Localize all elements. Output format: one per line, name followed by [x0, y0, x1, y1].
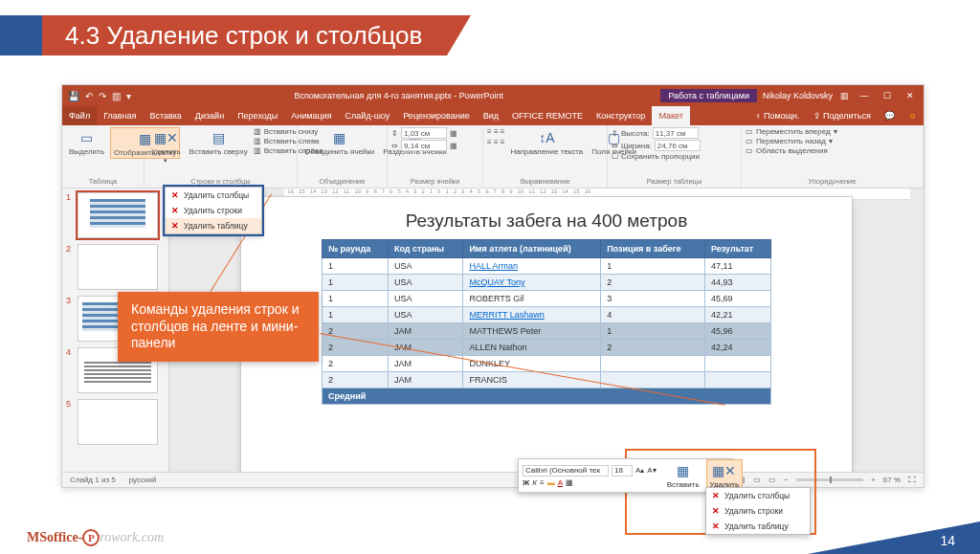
- delete-table-item[interactable]: ✕Удалить таблицу: [166, 218, 261, 233]
- tab-transitions[interactable]: Переходы: [231, 106, 284, 125]
- table-cell[interactable]: 3: [601, 291, 705, 307]
- table-row[interactable]: 1USAROBERTS Gil345,69: [323, 291, 771, 307]
- tab-insert[interactable]: Вставка: [143, 106, 188, 125]
- mini-font-field[interactable]: Calibri (Основной тек: [523, 465, 609, 476]
- table-row[interactable]: 2JAMALLEN Nathon242,24: [323, 340, 771, 356]
- delete-columns-item[interactable]: ✕Удалить столбцы: [166, 188, 261, 203]
- table-cell[interactable]: [601, 356, 705, 372]
- table-cell[interactable]: 1: [601, 323, 705, 340]
- zoom-in-icon[interactable]: +: [871, 476, 876, 484]
- table-cell[interactable]: DUNKLEY: [463, 356, 601, 372]
- tab-view[interactable]: Вид: [477, 106, 505, 125]
- text-direction-button[interactable]: ↕AНаправление текста: [507, 127, 586, 157]
- table-cell[interactable]: JAM: [388, 372, 462, 388]
- border-icon[interactable]: ▦: [566, 478, 573, 487]
- table-cell[interactable]: JAM: [388, 323, 462, 340]
- table-cell[interactable]: 1: [323, 291, 389, 307]
- table-cell[interactable]: ROBERTS Gil: [463, 291, 601, 307]
- table-cell[interactable]: 1: [601, 258, 705, 275]
- table-cell[interactable]: 4: [601, 307, 705, 323]
- delete-rows-item[interactable]: ✕Удалить строки: [166, 203, 261, 218]
- save-icon[interactable]: 💾: [68, 91, 79, 101]
- thumb-2[interactable]: 2: [66, 244, 165, 290]
- fill-color-icon[interactable]: ▬: [547, 478, 555, 487]
- increase-font-icon[interactable]: A▴: [635, 466, 644, 475]
- insert-above-button[interactable]: ▤Вставить сверху: [187, 127, 251, 157]
- tell-me[interactable]: ♀ Помощн.: [748, 106, 807, 125]
- table-cell[interactable]: [705, 372, 771, 388]
- tab-slideshow[interactable]: Слайд-шоу: [339, 106, 397, 125]
- table-row[interactable]: 2JAMMATTHEWS Peter145,96: [323, 323, 771, 340]
- language-indicator[interactable]: русский: [129, 476, 157, 484]
- table-cell[interactable]: USA: [388, 291, 462, 307]
- start-icon[interactable]: ▥: [112, 91, 121, 101]
- table-cell[interactable]: 45,69: [705, 291, 771, 307]
- view-slideshow-icon[interactable]: ▭: [768, 476, 776, 484]
- decrease-font-icon[interactable]: A▾: [647, 466, 656, 475]
- smiley-icon[interactable]: ☺: [902, 106, 924, 125]
- table-row[interactable]: 1USAMcQUAY Tony244,93: [323, 275, 771, 291]
- quick-access-toolbar[interactable]: 💾 ↶ ↷ ▥ ▾: [62, 91, 137, 101]
- mini-size-field[interactable]: 18: [612, 465, 633, 476]
- table-cell[interactable]: MERRITT Lashawn: [463, 307, 601, 323]
- table-row[interactable]: 1USAMERRITT Lashawn442,21: [323, 307, 771, 323]
- zoom-out-icon[interactable]: −: [784, 476, 789, 484]
- table-height-field[interactable]: ⇕ Высота: 11,37 см: [612, 127, 701, 139]
- mini-insert-button[interactable]: ▦Вставить: [664, 460, 702, 490]
- table-cell[interactable]: 2: [323, 323, 389, 340]
- tab-design[interactable]: Дизайн: [189, 106, 231, 125]
- italic-icon[interactable]: К: [532, 478, 537, 487]
- table-cell[interactable]: USA: [388, 258, 462, 275]
- redo-icon[interactable]: ↷: [99, 91, 106, 101]
- table-cell[interactable]: 42,21: [705, 307, 771, 323]
- table-cell[interactable]: 2: [601, 340, 705, 356]
- lock-aspect-checkbox[interactable]: ☐ Сохранить пропорции: [612, 152, 701, 161]
- comments-icon[interactable]: 💬: [878, 106, 902, 125]
- table-cell[interactable]: 1: [323, 258, 389, 275]
- cell-width-field[interactable]: ⇔ 9,14 см ▦: [391, 140, 457, 151]
- zoom-value[interactable]: 67 %: [883, 476, 901, 484]
- maximize-icon[interactable]: ☐: [880, 91, 895, 100]
- table-cell[interactable]: 47,11: [705, 258, 771, 275]
- merge-cells-button[interactable]: ▦Объединить ячейки: [301, 127, 377, 157]
- table-cell[interactable]: [705, 356, 771, 372]
- tab-office-remote[interactable]: OFFICE REMOTE: [505, 106, 590, 125]
- table-cell[interactable]: 42,24: [705, 340, 771, 356]
- table-cell[interactable]: McQUAY Tony: [463, 275, 601, 291]
- table-cell[interactable]: 1: [323, 307, 389, 323]
- table-cell[interactable]: HALL Arman: [463, 258, 601, 275]
- fit-icon[interactable]: ⛶: [908, 476, 916, 484]
- view-reading-icon[interactable]: ▭: [753, 476, 761, 484]
- share-button[interactable]: ⇪ Поделиться: [807, 106, 878, 125]
- thumb-5[interactable]: 5: [66, 399, 165, 445]
- table-cell[interactable]: 1: [323, 275, 389, 291]
- align-row-2[interactable]: ≡ ≡ ≡: [487, 138, 504, 146]
- delete-button[interactable]: ▦✕Удалить▾: [148, 127, 184, 166]
- table-cell[interactable]: 2: [323, 356, 389, 372]
- table-row[interactable]: 2JAMFRANCIS: [323, 372, 771, 388]
- table-cell[interactable]: JAM: [388, 356, 462, 372]
- ctx-delete-columns[interactable]: ✕Удалить столбцы: [706, 488, 810, 503]
- tab-home[interactable]: Главная: [97, 106, 143, 125]
- minimize-icon[interactable]: —: [857, 91, 872, 100]
- mini-toolbar[interactable]: Calibri (Основной тек 18 A▴ A▾ Ж К ≡ ▬ A…: [518, 458, 734, 493]
- close-icon[interactable]: ✕: [902, 91, 918, 100]
- cell-height-field[interactable]: ⇕ 1,03 см ▦: [391, 127, 457, 139]
- tab-animations[interactable]: Анимация: [284, 106, 338, 125]
- user-name[interactable]: Nikolay Koldovsky: [763, 91, 833, 100]
- results-table[interactable]: № раунда Код страны Имя атлета (латинице…: [322, 239, 771, 405]
- table-row[interactable]: 1USAHALL Arman147,11: [323, 258, 771, 275]
- send-backward-button[interactable]: ▭ Переместить назад ▾: [746, 137, 837, 145]
- align-icon[interactable]: ≡: [540, 478, 545, 487]
- zoom-slider[interactable]: [796, 478, 863, 481]
- font-color-icon[interactable]: A: [558, 478, 563, 487]
- align-row-1[interactable]: ≡ ≡ ≡: [487, 127, 504, 136]
- tab-tabletools-layout[interactable]: Макет: [652, 106, 689, 125]
- selection-pane-button[interactable]: ▭ Область выделения: [746, 146, 837, 155]
- table-cell[interactable]: 44,93: [705, 275, 771, 291]
- table-cell[interactable]: USA: [388, 275, 462, 291]
- ctx-delete-table[interactable]: ✕Удалить таблицу: [706, 519, 810, 534]
- table-cell[interactable]: 2: [601, 275, 705, 291]
- table-cell[interactable]: MATTHEWS Peter: [463, 323, 601, 340]
- table-cell[interactable]: 2: [323, 372, 389, 388]
